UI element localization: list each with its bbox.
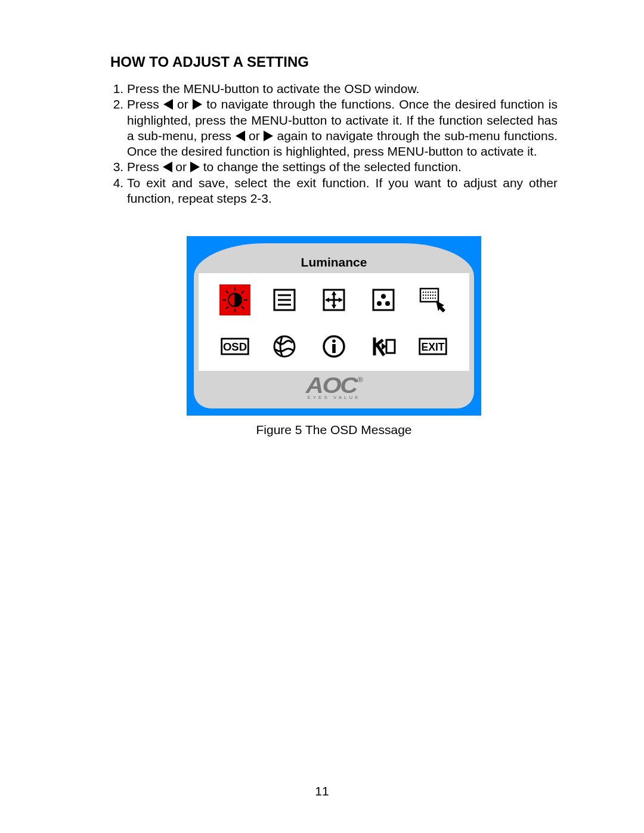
svg-marker-17: [332, 305, 336, 309]
svg-marker-16: [332, 291, 336, 295]
right-arrow-icon: [264, 131, 273, 141]
svg-line-8: [242, 291, 244, 293]
svg-rect-33: [332, 344, 336, 353]
svg-point-30: [274, 336, 295, 357]
osd-panel: Luminance: [194, 243, 474, 408]
color-icon[interactable]: [368, 284, 399, 315]
left-arrow-icon: [163, 99, 173, 110]
svg-point-22: [377, 301, 382, 306]
svg-point-21: [381, 294, 386, 299]
step-2-seg-a: Press: [127, 97, 163, 111]
svg-line-5: [226, 291, 228, 293]
step-3-seg-b: or: [172, 160, 190, 174]
svg-marker-19: [339, 298, 343, 302]
osd-window: Luminance: [187, 236, 481, 416]
exit-icon[interactable]: EXIT: [417, 331, 448, 362]
page-number: 11: [0, 784, 644, 798]
svg-point-23: [385, 301, 390, 306]
step-4: To exit and save, select the exit functi…: [127, 175, 558, 207]
language-icon[interactable]: [269, 331, 300, 362]
recall-icon[interactable]: [368, 331, 399, 362]
luminance-icon[interactable]: [219, 284, 250, 315]
osd-title: Luminance: [199, 249, 469, 273]
svg-point-32: [332, 339, 336, 343]
step-3-seg-c: to change the settings of the selected f…: [200, 160, 462, 174]
section-heading: HOW TO ADJUST A SETTING: [110, 54, 558, 70]
image-setup-icon[interactable]: [269, 284, 300, 315]
svg-text:OSD: OSD: [223, 340, 247, 353]
step-1: Press the MENU-button to activate the OS…: [127, 81, 558, 97]
osd-setup-icon[interactable]: OSD: [219, 331, 250, 362]
svg-line-6: [242, 306, 244, 309]
right-arrow-icon: [190, 162, 200, 172]
svg-rect-34: [386, 340, 395, 353]
left-arrow-icon: [163, 162, 172, 172]
svg-marker-18: [325, 298, 329, 302]
svg-rect-20: [373, 290, 394, 310]
brand-name: AOC®: [306, 373, 362, 398]
left-arrow-icon: [236, 131, 245, 141]
step-2-seg-d: or: [245, 129, 264, 143]
step-3-seg-a: Press: [127, 160, 163, 174]
figure-5: Luminance: [110, 236, 558, 437]
auto-adjust-icon[interactable]: [417, 284, 448, 315]
svg-text:EXIT: EXIT: [421, 341, 444, 353]
position-icon[interactable]: [318, 284, 349, 315]
instruction-list: Press the MENU-button to activate the OS…: [110, 81, 558, 206]
step-2: Press or to navigate through the functio…: [127, 97, 558, 159]
step-4-text: To exit and save, select the exit functi…: [127, 176, 558, 205]
information-icon[interactable]: [318, 331, 349, 362]
osd-brand-logo: AOC® EYES VALUE: [199, 371, 469, 404]
step-1-text: Press the MENU-button to activate the OS…: [127, 82, 419, 95]
svg-line-7: [226, 306, 228, 309]
osd-icon-grid: OSD: [199, 273, 469, 371]
figure-caption: Figure 5 The OSD Message: [256, 423, 411, 437]
step-2-seg-b: or: [173, 97, 193, 111]
step-3: Press or to change the settings of the s…: [127, 159, 558, 175]
right-arrow-icon: [193, 99, 202, 110]
